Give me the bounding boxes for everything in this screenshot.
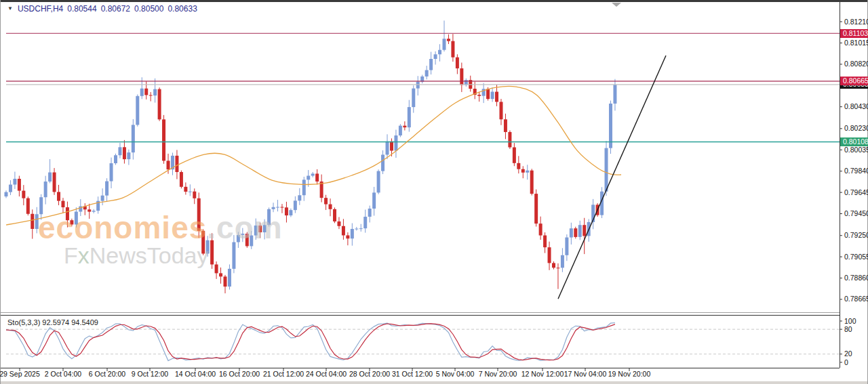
quote-close: 0.80633	[167, 4, 197, 14]
quote-open: 0.80544	[67, 4, 96, 14]
scroll-marker-icon[interactable]	[612, 3, 621, 7]
collapse-arrow-icon[interactable]: ▼	[7, 5, 13, 12]
stochastic-k-line	[6, 323, 615, 361]
mt4-chart-window: economies.com FxNewsToday ▼USDCHF,H40.80…	[0, 0, 868, 384]
trendline	[558, 56, 666, 299]
quote-low: 0.80500	[134, 4, 163, 14]
candles-layer	[5, 20, 617, 293]
level-lines-layer	[6, 33, 840, 142]
indicator-label[interactable]: Sto(5,3,3) 92.5974 94.5409	[7, 318, 98, 326]
stochastic-layer	[6, 323, 840, 361]
symbol-header[interactable]: ▼USDCHF,H40.805440.806720.805000.80633	[7, 4, 201, 14]
window-top-border	[1, 0, 867, 2]
symbol-timeframe: USDCHF,H4	[18, 4, 63, 14]
price-chart-canvas[interactable]	[1, 0, 868, 384]
quote-high: 0.80672	[101, 4, 130, 14]
window-bottom-edge	[1, 381, 867, 384]
